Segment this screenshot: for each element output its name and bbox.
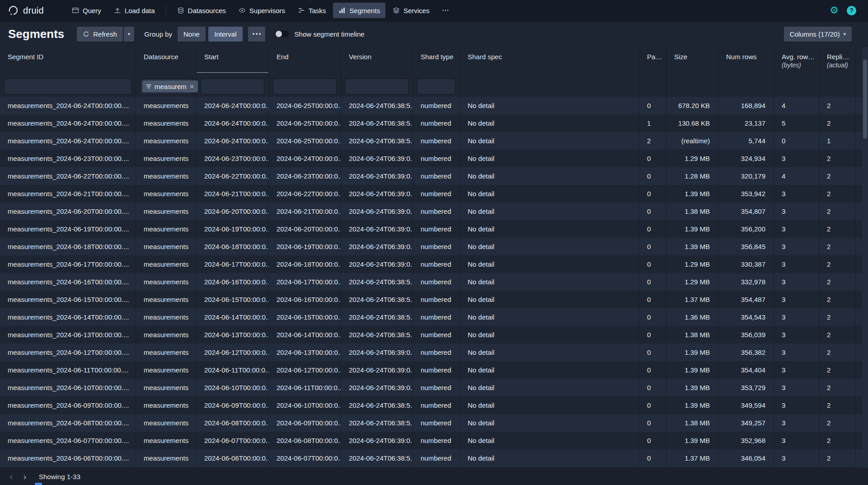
horizontal-scrollbar-thumb[interactable] (35, 483, 42, 485)
cell-replicas: 2 (819, 185, 856, 202)
cell-num-rows: 354,487 (718, 291, 774, 308)
cell-segment-id: measurements_2024-06-10T00:00:00.... (0, 379, 136, 396)
refresh-button[interactable]: Refresh (77, 27, 123, 42)
column-header-replicas[interactable]: Replicas(actual) (819, 47, 856, 76)
cell-version: 2024-06-24T06:38:5... (341, 132, 413, 150)
group-by-interval-button[interactable]: Interval (208, 27, 242, 42)
table-row[interactable]: measurements_2024-06-10T00:00:00.... mea… (0, 379, 868, 396)
column-header-shard-spec[interactable]: Shard spec (460, 47, 639, 76)
table-row[interactable]: measurements_2024-06-22T00:00:00.... mea… (0, 167, 868, 185)
cell-num-rows: 346,054 (718, 449, 774, 467)
shard-type-filter-input[interactable] (417, 78, 455, 94)
column-header-shard-type[interactable]: Shard type (413, 47, 460, 76)
nav-item-datasources[interactable]: Datasources (172, 3, 231, 18)
table-row[interactable]: measurements_2024-06-09T00:00:00.... mea… (0, 396, 868, 414)
nav-more-button[interactable] (436, 3, 455, 18)
cell-shard-spec: No detail (460, 396, 639, 414)
cell-shard-spec: No detail (460, 114, 639, 132)
column-header-num-rows[interactable]: Num rows (718, 47, 774, 76)
table-row[interactable]: measurements_2024-06-14T00:00:00.... mea… (0, 308, 868, 326)
cell-end: 2024-06-18T00:00:0... (269, 255, 341, 273)
cell-partition: 0 (639, 150, 666, 167)
more-actions-button[interactable] (248, 27, 265, 42)
cell-segment-id: measurements_2024-06-18T00:00:00.... (0, 238, 136, 255)
table-row[interactable]: measurements_2024-06-21T00:00:00.... mea… (0, 185, 868, 202)
cell-datasource: measurements (136, 97, 197, 114)
table-row[interactable]: measurements_2024-06-13T00:00:00.... mea… (0, 326, 868, 344)
cell-end: 2024-06-11T00:00:0... (269, 379, 341, 396)
table-row[interactable]: measurements_2024-06-12T00:00:00.... mea… (0, 344, 868, 361)
cell-segment-id: measurements_2024-06-06T00:00:00.... (0, 449, 136, 467)
table-row[interactable]: measurements_2024-06-07T00:00:00.... mea… (0, 432, 868, 449)
refresh-interval-dropdown-button[interactable]: ▾ (124, 27, 135, 42)
start-filter-input[interactable] (201, 78, 264, 94)
column-header-segment-id[interactable]: Segment ID (0, 47, 136, 76)
nav-item-load-data[interactable]: Load data (108, 3, 160, 18)
table-body: measurements_2024-06-24T00:00:00.... mea… (0, 97, 868, 467)
segment-id-filter-input[interactable] (4, 78, 131, 94)
column-header-datasource[interactable]: Datasource (136, 47, 197, 76)
cell-segment-id: measurements_2024-06-24T00:00:00.... (0, 97, 136, 114)
cell-version: 2024-06-24T06:38:5... (341, 449, 413, 467)
vertical-scrollbar[interactable] (862, 47, 868, 468)
group-by-none-button[interactable]: None (178, 27, 206, 42)
column-header-start[interactable]: Start (197, 47, 269, 76)
columns-picker-button[interactable]: Columns (17/20) ▾ (784, 27, 852, 42)
cell-end: 2024-06-23T00:00:0... (269, 167, 341, 185)
cell-version: 2024-06-24T06:39:0... (341, 202, 413, 220)
column-header-size[interactable]: Size (666, 47, 718, 76)
remove-filter-icon[interactable]: × (190, 83, 194, 90)
cell-version: 2024-06-24T06:39:0... (341, 255, 413, 273)
cell-end: 2024-06-13T00:00:0... (269, 344, 341, 361)
cell-shard-spec: No detail (460, 255, 639, 273)
table-row[interactable]: measurements_2024-06-11T00:00:00.... mea… (0, 361, 868, 379)
table-row[interactable]: measurements_2024-06-24T00:00:00.... mea… (0, 97, 868, 114)
column-header-end[interactable]: End (269, 47, 341, 76)
table-row[interactable]: measurements_2024-06-19T00:00:00.... mea… (0, 220, 868, 238)
table-row[interactable]: measurements_2024-06-20T00:00:00.... mea… (0, 202, 868, 220)
cell-partition: 0 (639, 220, 666, 238)
upload-icon (114, 7, 121, 14)
table-row[interactable]: measurements_2024-06-08T00:00:00.... mea… (0, 414, 868, 432)
nav-item-supervisors[interactable]: Supervisors (233, 3, 291, 18)
cell-shard-type: numbered (413, 220, 460, 238)
next-page-button[interactable]: › (18, 470, 32, 483)
cell-start: 2024-06-24T00:00:0... (197, 97, 269, 114)
column-header-partition[interactable]: Partition (639, 47, 666, 76)
table-row[interactable]: measurements_2024-06-15T00:00:00.... mea… (0, 291, 868, 308)
table-row[interactable]: measurements_2024-06-06T00:00:00.... mea… (0, 449, 868, 467)
table-row[interactable]: measurements_2024-06-18T00:00:00.... mea… (0, 238, 868, 255)
druid-brand[interactable]: druid (7, 5, 44, 16)
version-filter-input[interactable] (345, 78, 408, 94)
settings-gear-icon[interactable]: ⚙ (830, 5, 839, 15)
table-row[interactable]: measurements_2024-06-17T00:00:00.... mea… (0, 255, 868, 273)
show-segment-timeline-switch[interactable] (274, 30, 290, 38)
table-row[interactable]: measurements_2024-06-24T00:00:00.... mea… (0, 132, 868, 150)
cell-datasource: measurements (136, 326, 197, 344)
cell-num-rows: 349,257 (718, 414, 774, 432)
cell-start: 2024-06-08T00:00:0... (197, 414, 269, 432)
column-header-avg-row-size[interactable]: Avg. row size(bytes) (774, 47, 819, 76)
nav-item-query[interactable]: Query (66, 3, 107, 18)
cell-shard-spec: No detail (460, 220, 639, 238)
nav-item-label: Services (404, 7, 430, 14)
previous-page-button[interactable]: ‹ (5, 470, 18, 483)
cell-replicas: 2 (819, 238, 856, 255)
datasource-filter-input[interactable]: measurem × (140, 78, 192, 94)
table-row[interactable]: measurements_2024-06-16T00:00:00.... mea… (0, 273, 868, 291)
nav-item-segments[interactable]: Segments (333, 3, 385, 18)
cell-partition: 0 (639, 202, 666, 220)
table-row[interactable]: measurements_2024-06-23T00:00:00.... mea… (0, 150, 868, 167)
nav-item-services[interactable]: Services (387, 3, 435, 18)
nav-item-label: Supervisors (249, 7, 285, 14)
column-header-version[interactable]: Version (341, 47, 413, 76)
help-icon[interactable]: ? (847, 6, 856, 15)
cell-avg-row-size: 3 (774, 273, 819, 291)
nav-item-tasks[interactable]: Tasks (292, 3, 331, 18)
end-filter-input[interactable] (273, 78, 337, 94)
cell-num-rows: 356,039 (718, 326, 774, 344)
vertical-scrollbar-thumb[interactable] (863, 60, 867, 139)
cell-end: 2024-06-07T00:00:0... (269, 449, 341, 467)
table-row[interactable]: measurements_2024-06-24T00:00:00.... mea… (0, 114, 868, 132)
database-icon (177, 7, 184, 14)
